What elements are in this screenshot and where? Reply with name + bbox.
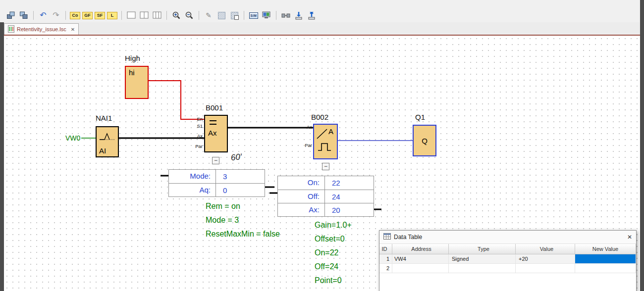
- collapse-toggle-b001[interactable]: −: [212, 157, 219, 164]
- param-row: Mode: 3: [169, 170, 265, 183]
- table-row[interactable]: 2: [379, 264, 636, 273]
- download-to-device-icon[interactable]: [293, 10, 305, 21]
- cell-value: +20: [516, 254, 575, 264]
- redo-icon[interactable]: ↷: [50, 10, 62, 21]
- window-close-icon[interactable]: ✕: [627, 234, 632, 241]
- block-ai-text: AI: [99, 146, 106, 155]
- basic-functions-catalog-button[interactable]: GF: [82, 12, 93, 19]
- toolbar-separator: [199, 11, 199, 20]
- col-header-id[interactable]: ID: [379, 244, 392, 254]
- param-table-b002[interactable]: On: 22 Off: 24 Ax: 20: [277, 176, 374, 217]
- diagram-canvas[interactable]: High hi NAI1 VW0 AI B001 En S1 Ax Par Ax…: [4, 36, 640, 291]
- toolbar-separator: [244, 11, 244, 20]
- tab-retentivity-issue[interactable]: Retentivity_issue.lsc ✕: [4, 23, 79, 35]
- interface-settings-icon[interactable]: [280, 10, 292, 21]
- pin-label-ax: Ax: [191, 133, 203, 139]
- data-table-titlebar[interactable]: Data Table ✕: [379, 231, 636, 244]
- block-q1-text: Q: [422, 137, 428, 145]
- start-simulation-icon[interactable]: SIM: [248, 10, 260, 21]
- annotation-line: Mode = 3: [206, 213, 280, 227]
- param-row: Off: 24: [278, 190, 374, 203]
- cursor-note: 60′: [230, 152, 242, 163]
- upload-from-device-icon[interactable]: [306, 10, 318, 21]
- collapse-toggle-b002[interactable]: −: [322, 163, 329, 170]
- transfer-pc-to-logo-icon[interactable]: [5, 10, 17, 21]
- annotation-b002[interactable]: Gain=1.0+ Offset=0 On=22 Off=24 Point=0: [315, 218, 352, 288]
- block-label-q1: Q1: [415, 113, 425, 121]
- block-label-nai1: NAI1: [96, 114, 112, 122]
- toolbar-separator: [33, 11, 34, 20]
- block-label-high: High: [125, 54, 140, 62]
- toolbar-separator: [121, 11, 122, 20]
- annotation-line: Rem = on: [206, 199, 280, 213]
- col-header-new-value[interactable]: New Value: [575, 244, 636, 254]
- param-value: 0: [216, 186, 265, 194]
- cell-address[interactable]: VW4: [392, 254, 449, 264]
- cell-type[interactable]: Signed: [449, 254, 516, 264]
- cell-type[interactable]: [449, 264, 516, 273]
- annotation-line: Gain=1.0+: [315, 218, 352, 232]
- three-pane-layout-icon[interactable]: [151, 10, 163, 21]
- param-label: On:: [278, 176, 325, 190]
- param-value: 22: [325, 179, 374, 187]
- pin-label-par: Par: [300, 143, 312, 148]
- block-b002[interactable]: A: [313, 124, 338, 159]
- block-hi-text: hi: [129, 68, 135, 77]
- param-label: Mode:: [169, 170, 216, 183]
- col-header-address[interactable]: Address: [392, 244, 449, 254]
- toolbar-separator: [276, 11, 276, 20]
- cell-value: [516, 264, 575, 273]
- window-edge-left: [0, 22, 4, 291]
- logic-catalog-button[interactable]: L: [107, 12, 117, 19]
- main-toolbar: ↶ ↷ Co GF SF L ✎ SIM: [0, 0, 640, 22]
- special-functions-catalog-button[interactable]: SF: [95, 12, 105, 19]
- cell-address[interactable]: [392, 264, 449, 273]
- cell-new-value[interactable]: [575, 264, 636, 273]
- transfer-logo-to-pc-icon[interactable]: [18, 10, 30, 21]
- table-row[interactable]: 1 VW4 Signed +20: [379, 254, 636, 264]
- cell-id: 2: [379, 264, 392, 273]
- undo-glyph: ↶: [40, 11, 46, 19]
- new-value-input[interactable]: [575, 254, 636, 264]
- annotation-b001[interactable]: Rem = on Mode = 3 ResetMaxMin = false: [206, 199, 280, 241]
- symbol-dash: [210, 120, 216, 121]
- toolbar-separator: [65, 11, 66, 20]
- block-b002-symbol-letter: A: [328, 127, 333, 136]
- col-header-type[interactable]: Type: [449, 244, 516, 254]
- block-ai[interactable]: AI: [96, 126, 119, 157]
- param-value: 20: [325, 206, 374, 214]
- data-table-window[interactable]: Data Table ✕ ID Address Type Value New V…: [379, 230, 637, 291]
- sim-chip: SIM: [249, 12, 259, 19]
- annotation-line: Off=24: [315, 260, 352, 274]
- annotation-line: ResetMaxMin = false: [206, 227, 280, 241]
- window-edge-right: [640, 0, 644, 291]
- block-b001[interactable]: Ax: [204, 115, 228, 152]
- constants-catalog-button[interactable]: Co: [70, 12, 80, 19]
- zoom-out-icon[interactable]: [183, 10, 195, 21]
- pencil-tool-icon[interactable]: ✎: [203, 10, 215, 21]
- online-monitor-icon[interactable]: [261, 10, 272, 21]
- param-label: Off:: [278, 190, 325, 203]
- symbol-dash: [210, 124, 216, 125]
- undo-icon[interactable]: ↶: [37, 10, 49, 21]
- pin-label-en: En: [191, 116, 203, 122]
- block-q1[interactable]: Q: [413, 125, 436, 156]
- annotation-line: Offset=0: [315, 232, 352, 246]
- pin-label-ax: Ax: [300, 124, 312, 130]
- single-pane-layout-icon[interactable]: [125, 10, 137, 21]
- data-table-title: Data Table: [394, 234, 422, 241]
- dither-grid-icon[interactable]: [215, 10, 227, 21]
- tab-close-icon[interactable]: ✕: [71, 27, 75, 32]
- checker-plus-shape: [231, 12, 238, 19]
- col-header-value[interactable]: Value: [516, 244, 575, 254]
- two-pane-layout-icon[interactable]: [138, 10, 150, 21]
- zoom-in-icon[interactable]: [170, 10, 182, 21]
- pin-label-s1: S1: [191, 123, 203, 129]
- dither-grid-plus-icon[interactable]: [228, 10, 240, 21]
- block-b001-text: Ax: [208, 129, 217, 137]
- param-label: Aq:: [169, 184, 216, 196]
- tab-title: Retentivity_issue.lsc: [17, 26, 66, 32]
- annotation-line: On=22: [315, 246, 352, 260]
- block-hi[interactable]: hi: [125, 66, 149, 99]
- param-table-b001[interactable]: Mode: 3 Aq: 0: [168, 169, 265, 197]
